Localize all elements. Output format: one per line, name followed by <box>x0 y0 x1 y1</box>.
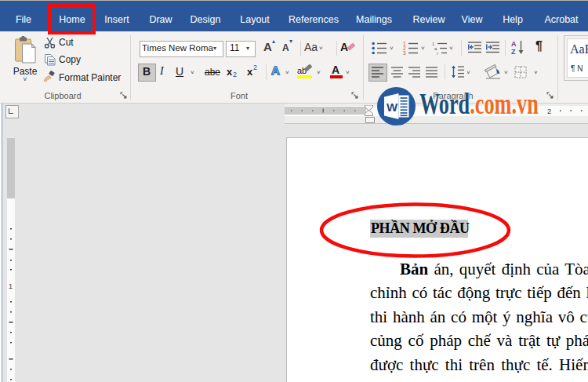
svg-text:2: 2 <box>547 107 551 115</box>
svg-text:i: i <box>437 51 437 55</box>
svg-text:A: A <box>511 40 517 48</box>
svg-text:Z: Z <box>511 48 516 55</box>
svg-text:1: 1 <box>9 282 13 290</box>
svg-text:W: W <box>387 100 398 114</box>
svg-text:3: 3 <box>403 50 406 55</box>
